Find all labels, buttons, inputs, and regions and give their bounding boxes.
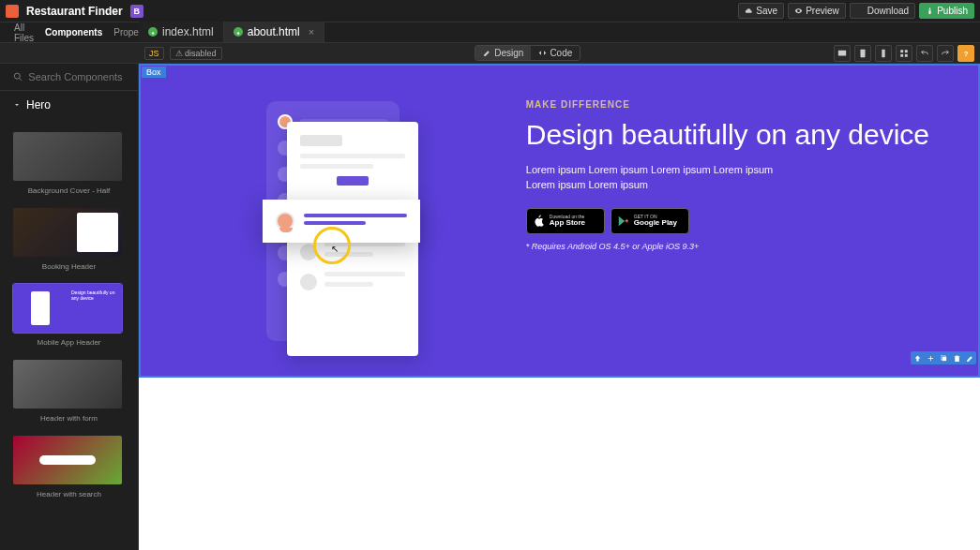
selection-tag: Box [142,67,166,78]
apple-icon [533,215,546,228]
tab-components[interactable]: Components [45,27,102,37]
component-booking-header[interactable]: Booking Header [13,208,125,271]
chevron-down-icon [13,101,21,109]
help-icon: ? [961,49,971,58]
component-thumb: Design beautifully on any device [13,284,122,333]
tab-all-files[interactable]: All Files [14,22,34,43]
file-tab-label: about.html [248,25,300,38]
appstore-button[interactable]: Download on theApp Store [526,208,605,234]
tablet-icon [858,49,867,58]
svg-text:?: ? [964,49,969,57]
delete-button[interactable] [950,351,963,364]
svg-rect-4 [905,50,908,52]
project-title: Restaurant Finder [26,5,123,18]
component-background-cover[interactable]: Background Cover - Half [13,132,125,195]
duplicate-button[interactable] [937,351,950,364]
svg-rect-6 [905,53,908,56]
canvas[interactable]: Box ↖ [139,64,980,550]
framework-badge: B [130,5,143,18]
component-header-with-form[interactable]: Header with form [13,360,125,423]
download-label: Download [867,6,909,16]
play-icon [617,215,630,228]
redo-icon [941,49,950,58]
help-button[interactable]: ? [957,45,974,62]
edit-button[interactable] [963,351,976,364]
file-tab-label: index.html [162,25,214,38]
file-tab-about[interactable]: ⬥ about.html × [224,22,324,42]
download-icon [856,7,865,15]
search-input[interactable] [28,71,125,82]
component-label: Header with form [13,414,125,423]
undo-button[interactable] [916,45,933,62]
mobile-view-button[interactable] [875,45,892,62]
grid-toggle-button[interactable] [896,45,912,62]
component-thumb [13,132,122,181]
hero-illustration [141,66,526,376]
hero-heading: Design beautifully on any device [526,117,950,153]
svg-point-8 [14,73,20,79]
svg-rect-0 [838,50,846,55]
disabled-label: disabled [185,49,217,58]
hero-body: Lorem ipsum Lorem ipsum Lorem ipsum Lore… [526,162,798,193]
js-badge[interactable]: JS [144,47,164,60]
desktop-view-button[interactable] [834,45,851,62]
download-button[interactable]: Download [850,3,915,19]
redo-button[interactable] [937,45,954,62]
thumb-text: Design beautifully on any device [71,290,114,301]
category-label: Hero [26,98,51,111]
html-icon: ⬥ [234,27,243,37]
mobile-icon [879,49,888,58]
code-view-button[interactable]: Code [531,46,580,60]
html-icon: ⬥ [148,27,158,37]
card-small-mock [263,200,420,243]
category-hero[interactable]: Hero [0,91,138,119]
undo-icon [920,49,929,58]
hero-section[interactable]: MAKE DIFFERENCE Design beautifully on an… [139,64,980,378]
cloud-icon [745,7,753,15]
tablet-view-button[interactable] [854,45,871,62]
code-icon [538,49,547,57]
component-thumb [13,208,122,257]
save-button[interactable]: Save [738,3,784,19]
component-thumb [13,436,122,484]
component-label: Booking Header [13,262,125,271]
file-tab-index[interactable]: ⬥ index.html [139,22,224,42]
hero-note: * Requires Android OS 4.5+ or Apple iOS … [526,242,950,251]
publish-label: Publish [937,6,968,16]
preview-label: Preview [806,6,839,16]
hero-eyebrow: MAKE DIFFERENCE [526,99,950,110]
component-header-with-search[interactable]: Header with search [13,436,125,498]
svg-rect-1 [860,49,865,56]
desktop-icon [837,49,847,58]
component-label: Background Cover - Half [13,186,125,195]
svg-rect-5 [900,53,903,56]
component-label: Mobile App Header [13,338,125,347]
appstore-lg: App Store [550,219,585,227]
publish-button[interactable]: Publish [919,3,974,19]
close-icon[interactable]: × [309,26,314,37]
eye-icon [794,7,803,15]
googleplay-button[interactable]: GET IT ONGoogle Play [611,208,689,234]
svg-rect-3 [900,50,903,52]
svg-rect-9 [942,356,946,361]
disabled-badge[interactable]: ⚠ disabled [170,47,222,60]
component-thumb [13,360,122,409]
save-label: Save [756,6,777,16]
code-label: Code [550,48,572,58]
rocket-icon [926,7,934,15]
grid-icon [899,49,909,58]
view-switch: Design Code [475,45,580,61]
svg-rect-2 [882,49,884,56]
move-up-button[interactable] [911,351,924,364]
component-label: Header with search [13,490,125,498]
play-lg: Google Play [634,219,677,227]
preview-button[interactable]: Preview [788,3,846,19]
component-mobile-app-header[interactable]: Design beautifully on any device Mobile … [13,284,125,347]
design-view-button[interactable]: Design [475,46,531,60]
add-button[interactable] [924,351,937,364]
search-icon [13,71,23,82]
design-label: Design [494,48,523,58]
selection-toolbar [911,351,976,364]
pencil-icon [483,49,491,57]
app-logo[interactable] [6,5,19,18]
